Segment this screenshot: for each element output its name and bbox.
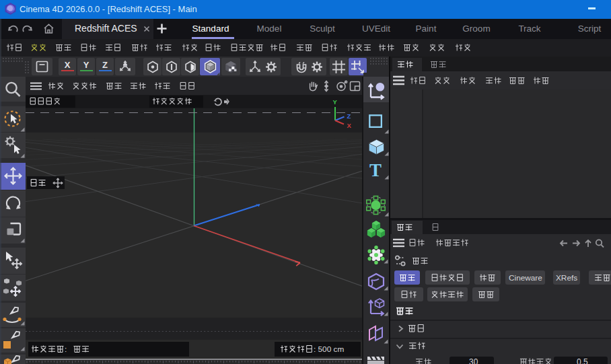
svg-text:: 500 cm: : 500 cm [314, 344, 344, 354]
svg-text:XRefs: XRefs [556, 273, 577, 283]
svg-text:X: X [347, 122, 352, 129]
svg-text::: : [65, 344, 67, 354]
svg-text:Cineware: Cineware [509, 273, 542, 283]
svg-text:Z: Z [347, 112, 351, 120]
svg-text:Y: Y [333, 98, 338, 106]
